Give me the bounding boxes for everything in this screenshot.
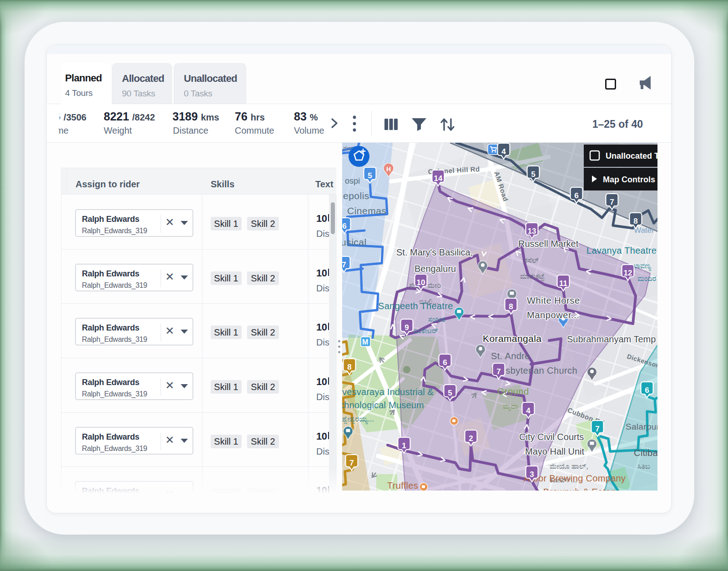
svg-text:2: 2 xyxy=(469,434,473,443)
svg-text:Manpower...: Manpower... xyxy=(527,310,580,320)
svg-text:6: 6 xyxy=(574,191,578,200)
svg-text:8: 8 xyxy=(509,302,513,311)
svg-text:Cinemas: Cinemas xyxy=(347,205,386,216)
svg-text:ಮಾರುಕಟ್ಟೆ: ಮಾರುಕಟ್ಟೆ xyxy=(520,272,545,281)
svg-text:1: 1 xyxy=(402,441,406,450)
svg-text:chnological Museum: chnological Museum xyxy=(342,400,424,410)
svg-text:ಮೃದಾ: ಮೃದಾ xyxy=(503,402,518,411)
svg-text:11: 11 xyxy=(559,279,567,288)
svg-text:14: 14 xyxy=(434,174,443,183)
svg-text:Ground: Ground xyxy=(497,386,529,396)
svg-text:7: 7 xyxy=(595,425,599,433)
svg-text:St. Andre: St. Andre xyxy=(491,351,530,361)
svg-text:9: 9 xyxy=(404,323,409,332)
svg-text:ಮೇಯೊ ಹಾಲ್,: ಮೇಯೊ ಹಾಲ್, xyxy=(550,462,588,470)
svg-text:7: 7 xyxy=(349,459,354,467)
svg-text:5: 5 xyxy=(531,170,535,179)
svg-text:Lavanya Theatre: Lavanya Theatre xyxy=(586,245,657,255)
svg-text:8: 8 xyxy=(347,363,351,371)
svg-text:City Civil Courts: City Civil Courts xyxy=(519,432,584,442)
svg-text:10: 10 xyxy=(417,278,425,287)
svg-text:4: 4 xyxy=(501,147,506,156)
svg-text:vesvaraya Industrial &: vesvaraya Industrial & xyxy=(342,387,434,397)
svg-text:7: 7 xyxy=(610,198,614,206)
svg-text:Citibar: Citibar xyxy=(634,448,657,458)
svg-text:ಮಂದಿರ: ಮಂದಿರ xyxy=(637,275,656,282)
svg-text:7: 7 xyxy=(342,260,346,269)
svg-text:6: 6 xyxy=(342,222,346,230)
svg-text:4: 4 xyxy=(526,406,531,415)
svg-text:5: 5 xyxy=(448,389,452,397)
svg-text:M: M xyxy=(362,338,368,346)
svg-text:6: 6 xyxy=(645,386,649,395)
svg-text:Unallocated T: Unallocated T xyxy=(606,151,657,160)
svg-text:12: 12 xyxy=(624,269,632,277)
svg-text:ರಸೆಲ್: ರಸೆಲ್ xyxy=(524,256,539,264)
svg-text:Bengaluru: Bengaluru xyxy=(415,264,456,274)
svg-text:Truffles: Truffles xyxy=(387,481,418,491)
svg-text:Russell Market: Russell Market xyxy=(518,239,579,249)
svg-text:8: 8 xyxy=(633,217,637,225)
svg-text:3: 3 xyxy=(530,470,534,479)
svg-text:ಸಂಗೀತ: ಸಂಗೀತ xyxy=(428,316,445,323)
svg-text:ಸಿತಿಬ: ಸಿತಿಬ xyxy=(637,462,650,470)
svg-text:Water T: Water T xyxy=(634,226,657,235)
svg-text:5: 5 xyxy=(368,171,372,180)
svg-text:Subrahmanyam Temp: Subrahmanyam Temp xyxy=(567,334,656,344)
svg-text:Sangeeth Theatre: Sangeeth Theatre xyxy=(378,301,453,311)
svg-text:6: 6 xyxy=(443,358,447,367)
svg-text:usical: usical xyxy=(342,237,367,247)
svg-text:epolis: epolis xyxy=(343,190,369,201)
svg-text:Salarpur: Salarpur xyxy=(626,422,657,431)
svg-text:St. Mary's Basilica,: St. Mary's Basilica, xyxy=(396,247,473,257)
svg-text:ದಿಂಕೇಟರ್: ದಿಂಕೇಟರ್ xyxy=(414,327,438,335)
svg-text:White Horse: White Horse xyxy=(527,296,580,306)
svg-text:13: 13 xyxy=(528,227,536,235)
svg-text:ospi: ospi xyxy=(345,176,360,185)
svg-text:H: H xyxy=(386,165,391,173)
svg-text:7: 7 xyxy=(496,367,500,376)
svg-text:- Brewpub & Eatery: - Brewpub & Eatery xyxy=(537,487,619,491)
svg-text:Arbor Brewing Company: Arbor Brewing Company xyxy=(524,473,626,483)
svg-text:Koramangala: Koramangala xyxy=(483,333,541,344)
svg-text:Map Controls: Map Controls xyxy=(603,175,655,184)
svg-text:Mayo Hall Unit: Mayo Hall Unit xyxy=(525,446,584,456)
